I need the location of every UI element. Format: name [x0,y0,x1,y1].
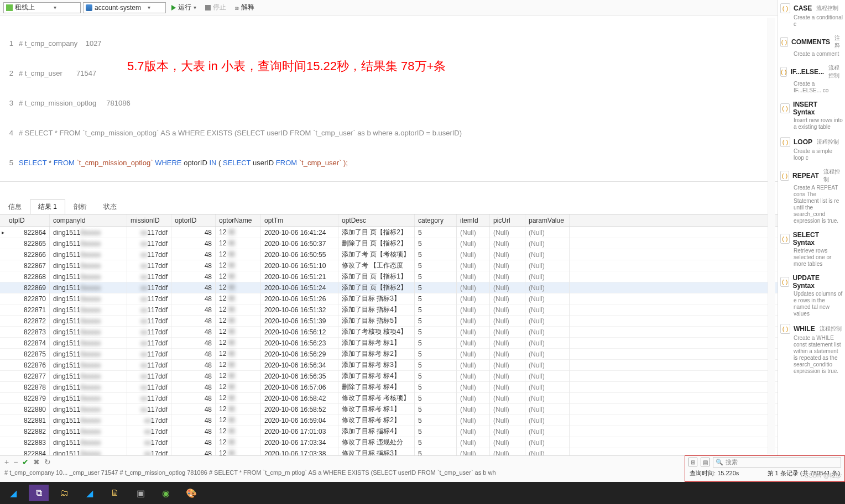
table-row[interactable]: ▸ 822864 ding15110xxxxx xx117ddf 48 12 胡… [0,227,845,238]
snippet-icon: ( ) [780,37,788,47]
table-row[interactable]: 822868 ding15110xxxxx xx117ddf 48 12 胡 2… [0,271,845,282]
add-row-button[interactable]: + [4,458,9,466]
table-row[interactable]: 822874 ding15110xxxxx xx117ddf 48 12 胡 2… [0,338,845,349]
connection-name: 租线上 [15,3,35,12]
taskbar-app[interactable]: ⧉ [29,485,49,501]
taskbar-app[interactable]: ◢ [80,485,100,501]
delete-row-button[interactable]: − [13,458,18,466]
chevron-down-icon: ▾ [54,4,56,11]
apply-button[interactable]: ✔ [22,458,29,466]
table-row[interactable]: 822883 ding15110xxxxx xx17ddf 48 12 胡 20… [0,437,845,448]
result-tabs: 信息 结果 1 剖析 状态 [0,200,845,214]
taskbar-app[interactable]: ◢ [3,485,23,501]
snippet-item[interactable]: ( )REPEAT流程控制Create A REPEAT cons The St… [780,168,843,224]
database-dropdown[interactable]: account-system ▾ [83,2,166,13]
tab-result[interactable]: 结果 1 [30,200,65,214]
refresh-button[interactable]: ↻ [44,458,51,466]
connection-icon [6,4,13,11]
watermark: CSDN @轻纱 [805,471,842,480]
table-row[interactable]: 822882 ding15110xxxxx xx17ddf 48 12 胡 20… [0,426,845,437]
database-name: account-system [95,4,141,12]
column-header[interactable]: itemId [457,214,490,227]
explain-button[interactable]: ⎄ 解释 [232,2,258,13]
query-time-value: 15.220s [717,470,739,476]
snippet-icon: ( ) [780,324,790,334]
play-icon [171,5,176,11]
snippet-icon: ( ) [780,137,790,147]
snippet-item[interactable]: ( )IF...ELSE...流程控制Create a IF...ELSE...… [780,64,843,94]
column-header[interactable]: optorID [171,214,216,227]
table-row[interactable]: 822866 ding15110xxxxx xx117ddf 48 12 胡 2… [0,249,845,260]
column-header[interactable]: paramValue [525,214,570,227]
table-row[interactable]: 822867 ding15110xxxxx xx117ddf 48 12 胡 2… [0,260,845,271]
chevron-down-icon: ▾ [148,4,150,11]
vertical-scrollbar[interactable] [768,18,775,454]
run-button[interactable]: 运行 ▾ [168,2,200,13]
taskbar-app[interactable]: ◉ [156,485,176,501]
column-header[interactable]: picUrl [490,214,525,227]
search-icon: 🔍 [716,459,723,466]
database-icon [86,4,92,11]
tab-profile[interactable]: 剖析 [65,200,95,214]
result-grid-header: otpID companyId missionID optorID optorN… [0,214,845,227]
snippet-item[interactable]: ( )CASE流程控制Create a conditional c [780,3,843,28]
snippet-item[interactable]: ( )UPDATE SyntaxUpdates columns of e row… [780,274,843,317]
snippet-item[interactable]: ( )INSERT SyntaxInsert new rows into a e… [780,101,843,130]
explain-icon: ⎄ [235,4,239,12]
column-header[interactable]: category [415,214,457,227]
table-row[interactable]: 822872 ding15110xxxxx xx117ddf 48 12 胡 2… [0,316,845,327]
taskbar-app[interactable]: ▣ [131,485,150,501]
tab-status[interactable]: 状态 [95,200,125,214]
connection-dropdown[interactable]: 租线上 ▾ [3,2,81,13]
snippet-icon: ( ) [780,103,790,113]
snippet-item[interactable]: ( )COMMENTS注释Create a comment [780,34,843,57]
table-row[interactable]: 822873 ding15110xxxxx xx117ddf 48 12 胡 2… [0,327,845,338]
snippet-icon: ( ) [780,3,790,13]
column-header[interactable]: otpID [6,214,50,227]
table-row[interactable]: 822871 ding15110xxxxx xx117ddf 48 12 胡 2… [0,305,845,316]
column-header[interactable]: companyId [50,214,127,227]
form-view-button[interactable]: ▤ [701,458,710,466]
snippet-icon: ( ) [780,234,790,244]
stop-icon [205,5,211,11]
table-row[interactable]: 822878 ding15110xxxxx xx117ddf 48 12 胡 2… [0,382,845,393]
table-row[interactable]: 822877 ding15110xxxxx xx117ddf 48 12 胡 2… [0,371,845,382]
toolbar: 租线上 ▾ account-system ▾ 运行 ▾ 停止 ⎄ 解释 [0,0,845,15]
snippet-icon: ( ) [780,67,787,77]
table-row[interactable]: 822879 ding15110xxxxx xx117ddf 48 12 胡 2… [0,393,845,404]
table-row[interactable]: 822880 ding15110xxxxx xx117ddf 48 12 胡 2… [0,404,845,415]
snippets-sidebar: ( )CASE流程控制Create a conditional c( )COMM… [778,0,845,482]
tab-info[interactable]: 信息 [0,200,30,214]
snippet-icon: ( ) [780,171,789,181]
snippet-icon: ( ) [780,277,789,287]
table-row[interactable]: 822881 ding15110xxxxx xx17ddf 48 12 胡 20… [0,415,845,426]
table-row[interactable]: 822876 ding15110xxxxx xx117ddf 48 12 胡 2… [0,360,845,371]
table-row[interactable]: 822869 ding15110xxxxx xx117ddf 48 12 胡 2… [0,282,845,293]
snippet-item[interactable]: ( )SELECT SyntaxRetrieve rows selected o… [780,231,843,267]
search-input[interactable]: 🔍 搜索 [713,457,841,468]
table-row[interactable]: 822875 ding15110xxxxx xx117ddf 48 12 胡 2… [0,349,845,360]
taskbar-app[interactable]: 🗂 [54,485,74,501]
snippet-item[interactable]: ( )WHILE流程控制Create a WHILE const stateme… [780,324,843,375]
stop-button: 停止 [202,2,229,13]
table-row[interactable]: 822870 ding15110xxxxx xx117ddf 48 12 胡 2… [0,293,845,305]
column-header[interactable]: optDesc [338,214,415,227]
taskbar-app[interactable]: 🎨 [181,485,201,501]
grid-view-button[interactable]: ⊞ [688,458,697,466]
taskbar: ◢ ⧉ 🗂 ◢ 🗎 ▣ ◉ 🎨 [0,482,845,504]
column-header[interactable]: optTm [261,214,338,227]
column-header[interactable]: missionID [127,214,171,227]
sql-editor[interactable]: 1# t_cmp_company 1027 2# t_cmp_user 7154… [0,15,845,182]
table-row[interactable]: 822865 ding15110xxxxx xx117ddf 48 12 胡 2… [0,238,845,249]
snippet-item[interactable]: ( )LOOP流程控制Create a simple loop c [780,137,843,161]
taskbar-app[interactable]: 🗎 [105,485,125,501]
cancel-button[interactable]: ✖ [33,458,40,466]
column-header[interactable]: optorName [216,214,261,227]
chevron-down-icon[interactable]: ▾ [194,4,196,11]
